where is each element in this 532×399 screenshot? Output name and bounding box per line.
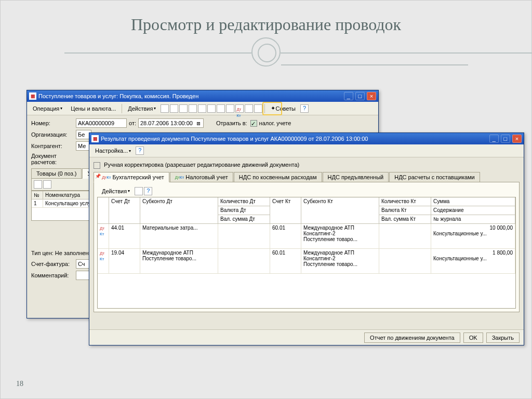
tips-button[interactable]: ✦ Советы — [267, 103, 299, 113]
tool-icon[interactable] — [161, 104, 169, 113]
close-button[interactable]: × — [512, 135, 522, 143]
tool-icon[interactable] — [217, 104, 225, 113]
number-label: Номер: — [31, 120, 76, 126]
tool-icon[interactable] — [43, 180, 51, 189]
tab-vat-suppliers[interactable]: НДС расчеты с поставщиками — [389, 172, 480, 182]
window-title: Результат проведения документа Поступлен… — [101, 136, 368, 142]
docrash-label: Документ расчетов: — [31, 153, 76, 165]
actions-menu[interactable]: Действия▾ — [124, 104, 159, 113]
prices-button[interactable]: Цены и валюта... — [67, 104, 119, 113]
tool-icon[interactable] — [198, 104, 206, 113]
number-field[interactable]: АКА00000009 — [76, 118, 127, 128]
date-field[interactable]: 28.07.2006 13:00:00🗉 — [138, 118, 204, 128]
tab-goods[interactable]: Товары (0 поз.) — [31, 168, 82, 178]
tool-icon[interactable] — [34, 180, 42, 189]
close-button[interactable]: × — [367, 92, 376, 100]
tool-icon[interactable] — [135, 187, 143, 195]
slide-title: Просмотр и редактирование проводок — [1, 1, 531, 34]
minimize-button[interactable]: _ — [489, 135, 499, 143]
titlebar[interactable]: ▦ Поступление товаров и услуг: Покупка, … — [27, 90, 378, 102]
tool-icon[interactable] — [226, 104, 234, 113]
result-window: ▦ Результат проведения документа Поступл… — [89, 132, 524, 345]
help-icon[interactable]: ? — [300, 104, 309, 113]
settings-menu[interactable]: Настройка...▾ — [91, 146, 135, 155]
tool-icon[interactable] — [254, 104, 262, 113]
tool-icon[interactable] — [207, 104, 216, 113]
report-button[interactable]: Отчет по движениям документа — [364, 332, 460, 343]
minimize-button[interactable]: _ — [344, 92, 353, 100]
dtkt-icon[interactable]: ДтКт — [235, 104, 244, 113]
maximize-button[interactable]: □ — [355, 92, 365, 100]
org-label: Организация: — [31, 131, 76, 138]
tool-icon[interactable] — [179, 104, 188, 113]
ornament-icon — [251, 37, 281, 66]
table-row[interactable]: ДтКт 44.01 Материальные затра... 60.01 М… — [98, 224, 515, 249]
help-icon[interactable]: ? — [144, 187, 152, 195]
toolbar: Операция▾ Цены и валюта... Действия▾ ДтК… — [27, 102, 378, 115]
tab-accounting[interactable]: 📌 ДтКт Бухгалтерский учет — [94, 172, 169, 182]
titlebar[interactable]: ▦ Результат проведения документа Поступл… — [89, 133, 524, 144]
tab-vat-presented[interactable]: НДС предъявленный — [323, 172, 389, 182]
tool-icon[interactable] — [245, 104, 253, 113]
app-icon: ▦ — [29, 92, 36, 100]
contractor-label: Контрагент: — [31, 143, 76, 149]
close-button[interactable]: Закрыть — [486, 332, 520, 343]
tab-tax[interactable]: ДтКт Налоговый учет — [170, 172, 233, 182]
ok-button[interactable]: OK — [463, 332, 483, 343]
tab-vat-indirect[interactable]: НДС по косвенным расходам — [234, 172, 322, 182]
app-icon: ▦ — [91, 135, 99, 142]
actions-menu[interactable]: Действия▾ — [98, 187, 134, 196]
page-number: 18 — [16, 380, 23, 388]
help-icon[interactable]: ? — [136, 147, 144, 155]
maximize-button[interactable]: □ — [501, 135, 510, 143]
tax-checkbox[interactable]: ✓ — [250, 120, 257, 127]
tool-icon[interactable] — [170, 104, 178, 113]
tool-icon[interactable] — [189, 104, 197, 113]
operation-menu[interactable]: Операция▾ — [29, 104, 66, 113]
table-row[interactable]: ДтКт 19.04 Международное АТП Поступление… — [98, 249, 515, 274]
manual-checkbox[interactable] — [94, 162, 100, 169]
window-title: Поступление товаров и услуг: Покупка, ко… — [38, 93, 198, 99]
